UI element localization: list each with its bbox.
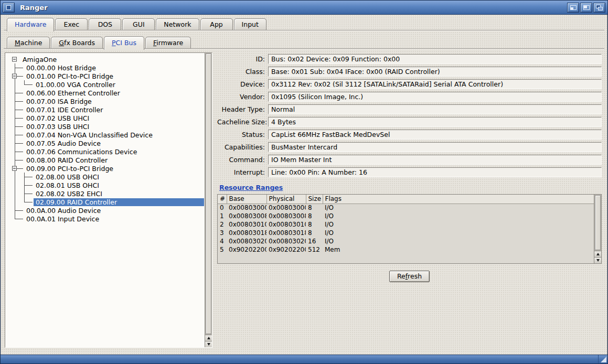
column-header: # <box>218 195 227 204</box>
tree-collapse-icon[interactable] <box>12 74 17 79</box>
tree-item[interactable]: 02.08.02 USB2 EHCI <box>6 189 205 198</box>
tree-branch-line <box>24 194 33 194</box>
button-row: Refresh <box>217 271 602 282</box>
window-gadgets <box>567 3 605 13</box>
tree-collapse-icon[interactable] <box>12 57 17 62</box>
tree-item[interactable]: 00.00.00 Host Bridge <box>6 63 205 72</box>
table-row[interactable]: 50x902022000x90202200512Mem <box>218 245 594 254</box>
tab-gui[interactable]: GUI <box>122 18 155 30</box>
field-row: Cacheline Size:4 Bytes <box>217 115 602 128</box>
resource-ranges-table: #BasePhysicalSizeFlags 00x008030000x0080… <box>217 194 602 264</box>
refresh-button[interactable]: Refresh <box>389 271 430 282</box>
tree-item[interactable]: AmigaOne <box>6 55 205 63</box>
field-value: CapList 66MHz FastBack MedDevSel <box>268 130 602 140</box>
tree-item[interactable]: 02.08.01 USB OHCI <box>6 181 205 189</box>
tree-item[interactable]: 00.07.04 Non-VGA Unclassified Device <box>6 131 205 139</box>
iconify-icon <box>570 5 577 10</box>
tree-item[interactable]: 00.07.02 USB UHCI <box>6 114 205 122</box>
tree-collapse-icon[interactable] <box>12 166 17 171</box>
subtab-pci-bus[interactable]: PCI Bus <box>104 36 144 50</box>
table-scrollbar-thumb[interactable] <box>595 195 601 250</box>
tree-item[interactable]: 02.08.00 USB OHCI <box>6 173 205 181</box>
table-cell: 5 <box>218 245 227 254</box>
tab-app[interactable]: App <box>200 18 233 30</box>
titlebar[interactable]: Ranger <box>1 1 607 15</box>
tree-item[interactable]: 00.07.03 USB UHCI <box>6 122 205 131</box>
depth-gadget[interactable] <box>593 3 605 13</box>
zoom-gadget[interactable] <box>580 3 592 13</box>
tree-item[interactable]: 00.06.00 Ethernet Controller <box>6 89 205 97</box>
tree-item[interactable]: 00.08.00 RAID Controller <box>6 156 205 164</box>
tree-item-label: 00.07.03 USB UHCI <box>24 123 91 131</box>
column-header: Physical <box>266 195 306 204</box>
tree-item-label: 00.06.00 Ethernet Controller <box>24 89 122 97</box>
tree-item[interactable]: 00.07.05 Audio Device <box>6 139 205 147</box>
table-row[interactable]: 20x008030100x008030108I/O <box>218 220 594 229</box>
tree-item[interactable]: 00.07.06 Communications Device <box>6 147 205 156</box>
tree-scroll-up-button[interactable] <box>205 335 212 341</box>
bottom-border-bar <box>1 355 607 363</box>
field-row: Class:Base: 0x01 Sub: 0x04 IFace: 0x00 (… <box>217 65 602 78</box>
tree-item[interactable]: 00.01.00 PCI-to-PCI Bridge <box>6 72 205 80</box>
tree-item[interactable]: 00.07.00 ISA Bridge <box>6 97 205 105</box>
tree-branch-line <box>15 219 23 219</box>
table-row[interactable]: 40x008030200x0080302016I/O <box>218 237 594 245</box>
tree-item[interactable]: 02.09.00 RAID Controller <box>6 198 205 206</box>
main-tab-bar: HardwareExecDOSGUINetworkAppInput <box>4 17 604 30</box>
field-row: Capabilities:BusMaster Intercard <box>217 141 602 153</box>
table-cell: I/O <box>323 220 594 229</box>
zoom-icon <box>583 5 590 10</box>
tree-guide-line <box>15 173 15 181</box>
tab-network[interactable]: Network <box>156 18 199 30</box>
close-gadget[interactable] <box>3 3 15 13</box>
tree-item[interactable]: 00.07.01 IDE Controller <box>6 105 205 114</box>
subtab-firmware[interactable]: Firmware <box>145 37 191 48</box>
field-label: Capabilities: <box>217 143 268 151</box>
table-row[interactable]: 10x008030080x008030088I/O <box>218 212 594 220</box>
table-scrollbar[interactable] <box>594 195 601 263</box>
table-cell: 0x00803018 <box>227 229 266 237</box>
tree-item-label: 00.07.02 USB UHCI <box>24 114 91 122</box>
tree-item-label: 00.01.00 PCI-to-PCI Bridge <box>24 72 115 80</box>
table-cell: 8 <box>306 204 323 212</box>
resize-gadget[interactable] <box>598 355 607 363</box>
table-scroll-up-button[interactable] <box>594 251 601 257</box>
tree-branch-line <box>15 210 23 211</box>
table-row[interactable]: 30x008030180x008030188I/O <box>218 229 594 237</box>
field-row: Status:CapList 66MHz FastBack MedDevSel <box>217 128 602 141</box>
table-scroll-down-button[interactable] <box>594 257 601 263</box>
tree-guide-line <box>15 215 15 219</box>
tree-scrollbar[interactable] <box>205 53 212 347</box>
tree-item[interactable]: 00.0A.00 Audio Device <box>6 206 205 215</box>
field-label: Class: <box>217 68 268 76</box>
device-details-panel: ID:Bus: 0x02 Device: 0x09 Function: 0x00… <box>217 52 603 348</box>
resource-table-body: 00x008030000x008030008I/O10x008030080x00… <box>218 204 594 254</box>
table-cell: 0x00803020 <box>227 237 266 245</box>
tree-branch-line <box>15 68 23 68</box>
field-value: Bus: 0x02 Device: 0x09 Function: 0x00 <box>268 54 602 64</box>
resource-table-head-row: #BasePhysicalSizeFlags <box>218 195 594 204</box>
tab-hardware[interactable]: Hardware <box>7 18 54 31</box>
field-value: Base: 0x01 Sub: 0x04 IFace: 0x00 (RAID C… <box>268 67 602 77</box>
subtab-gfx-boards[interactable]: Gfx Boards <box>51 37 103 48</box>
tree-item[interactable]: 00.0A.01 Input Device <box>6 215 205 223</box>
tree-item[interactable]: 00.09.00 PCI-to-PCI Bridge <box>6 164 205 173</box>
device-tree-panel: AmigaOne00.00.00 Host Bridge00.01.00 PCI… <box>5 52 212 348</box>
tree-scrollbar-thumb[interactable] <box>206 53 211 334</box>
tab-input[interactable]: Input <box>234 18 266 30</box>
tree-branch-line <box>15 110 23 110</box>
tree-item[interactable]: 01.00.00 VGA Controller <box>6 80 205 89</box>
iconify-gadget[interactable] <box>567 3 579 13</box>
tab-exec[interactable]: Exec <box>55 18 88 30</box>
field-value: 4 Bytes <box>268 117 602 127</box>
tree-scroll-down-button[interactable] <box>205 341 212 347</box>
field-row: ID:Bus: 0x02 Device: 0x09 Function: 0x00 <box>217 52 602 65</box>
tab-dos[interactable]: DOS <box>89 18 121 30</box>
subtab-divider <box>4 48 604 49</box>
tree-item-label: 02.08.01 USB OHCI <box>34 181 101 189</box>
field-label: Command: <box>217 156 268 164</box>
field-label: Header Type: <box>217 105 268 113</box>
resource-table: #BasePhysicalSizeFlags 00x008030000x0080… <box>218 195 594 254</box>
subtab-machine[interactable]: Machine <box>7 37 50 48</box>
table-row[interactable]: 00x008030000x008030008I/O <box>218 204 594 212</box>
